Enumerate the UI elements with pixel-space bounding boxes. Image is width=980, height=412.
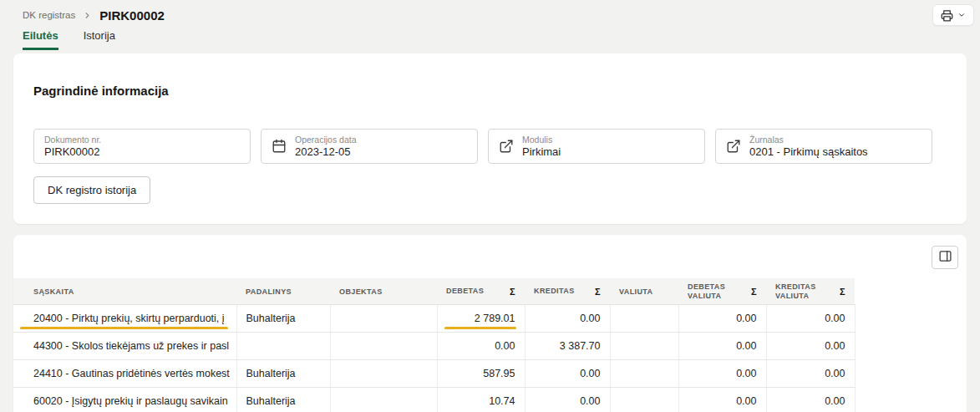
lines-table-card: SĄSKAITA PADALINYS OBJEKTAS DEBETASΣ KRE…: [13, 235, 967, 412]
cell-padalinys: Buhalterija: [236, 359, 330, 387]
field-value: 0201 - Pirkimų sąskaitos: [749, 145, 868, 158]
cell-objektas: [330, 387, 437, 412]
cell-valiuta: [610, 304, 678, 332]
cell-padalinys: Buhalterija: [236, 387, 330, 412]
cell-debetas: 10.74: [437, 387, 525, 412]
table-row[interactable]: 44300 - Skolos tiekėjams už prekes ir pa…: [13, 332, 855, 359]
table-columns-icon: [938, 249, 952, 266]
sum-toggle-debetas-valiuta[interactable]: Σ: [751, 287, 757, 297]
chevron-down-icon: [957, 11, 966, 19]
cell-kreditas: 0.00: [525, 304, 610, 332]
field-label: Modulis: [522, 135, 561, 145]
cell-debetas-valiuta: 0.00: [678, 359, 766, 387]
cell-saskaita: 44300 - Skolos tiekėjams už prekes ir pa…: [13, 332, 236, 359]
cell-debetas: 2 789.01: [437, 304, 525, 332]
zurnalas-field[interactable]: Žurnalas 0201 - Pirkimų sąskaitos: [715, 129, 932, 164]
cell-valiuta: [610, 359, 678, 387]
main-info-card: Pagrindinė informacija Dokumento nr. PIR…: [13, 53, 967, 224]
operacijos-data-field[interactable]: Operacijos data 2023-12-05: [261, 129, 478, 164]
column-settings-button[interactable]: [932, 246, 958, 269]
cell-objektas: [330, 359, 437, 387]
cell-kreditas-valiuta: 0.00: [766, 387, 855, 412]
cell-kreditas: 0.00: [525, 359, 610, 387]
table-row[interactable]: 20400 - Pirktų prekių, skirtų perparduot…: [13, 304, 855, 332]
cell-saskaita: 20400 - Pirktų prekių, skirtų perparduot…: [13, 304, 236, 332]
cell-valiuta: [610, 387, 678, 412]
table-row[interactable]: 60020 - Įsigytų prekių ir paslaugų savik…: [13, 387, 855, 412]
cell-saskaita: 24410 - Gautinas pridėtinės vertės mokes…: [13, 359, 236, 387]
top-bar: DK registras PIRK00002: [0, 0, 980, 26]
external-link-icon[interactable]: [726, 139, 741, 154]
cell-objektas: [330, 304, 437, 332]
breadcrumb-parent-link[interactable]: DK registras: [23, 10, 75, 20]
cell-kreditas: 0.00: [525, 387, 610, 412]
sum-toggle-kreditas-valiuta[interactable]: Σ: [840, 287, 845, 297]
sum-toggle-debetas[interactable]: Σ: [510, 287, 515, 297]
external-link-icon[interactable]: [499, 139, 514, 154]
field-value: PIRK00002: [44, 145, 101, 158]
page-title: PIRK00002: [99, 8, 165, 23]
cell-debetas-valiuta: 0.00: [678, 332, 766, 359]
dokumento-nr-field[interactable]: Dokumento nr. PIRK00002: [33, 129, 251, 164]
column-header-objektas: OBJEKTAS: [330, 278, 437, 304]
section-title: Pagrindinė informacija: [33, 84, 947, 99]
cell-kreditas-valiuta: 0.00: [766, 332, 855, 359]
column-header-debetas: DEBETAS: [446, 287, 484, 296]
calendar-icon[interactable]: [272, 139, 287, 154]
field-value: Pirkimai: [522, 145, 561, 158]
chevron-right-icon: [83, 11, 92, 20]
cell-valiuta: [610, 332, 678, 359]
print-button[interactable]: [932, 4, 974, 26]
table-toolbar: [13, 246, 967, 278]
cell-padalinys: [236, 332, 330, 359]
cell-debetas-valiuta: 0.00: [678, 387, 766, 412]
printer-icon: [941, 9, 953, 22]
column-header-padalinys: PADALINYS: [236, 278, 330, 304]
cell-objektas: [330, 332, 437, 359]
tab-istorija[interactable]: Istorija: [84, 29, 115, 50]
cell-saskaita: 60020 - Įsigytų prekių ir paslaugų savik…: [13, 387, 236, 412]
field-label: Operacijos data: [295, 135, 357, 145]
tab-bar: Eilutės Istorija: [0, 26, 980, 50]
field-value: 2023-12-05: [295, 145, 357, 158]
cell-kreditas-valiuta: 0.00: [766, 304, 855, 332]
field-label: Dokumento nr.: [44, 135, 101, 145]
cell-padalinys: Buhalterija: [236, 304, 330, 332]
column-header-kreditas: KREDITAS: [534, 287, 575, 296]
column-header-saskaita: SĄSKAITA: [13, 278, 236, 304]
cell-debetas-valiuta: 0.00: [678, 304, 766, 332]
modulis-field[interactable]: Modulis Pirkimai: [488, 129, 705, 164]
field-label: Žurnalas: [749, 135, 868, 145]
cell-kreditas: 3 387.70: [525, 332, 610, 359]
table-row[interactable]: 24410 - Gautinas pridėtinės vertės mokes…: [13, 359, 855, 387]
cell-debetas: 587.95: [437, 359, 525, 387]
dk-registro-istorija-button[interactable]: DK registro istorija: [33, 176, 150, 204]
column-header-kreditas-valiuta: KREDITAS VALIUTA: [775, 282, 835, 301]
cell-kreditas-valiuta: 0.00: [766, 359, 855, 387]
column-header-valiuta: VALIUTA: [610, 278, 678, 304]
table-header-row: SĄSKAITA PADALINYS OBJEKTAS DEBETASΣ KRE…: [13, 278, 855, 304]
tab-eilutes[interactable]: Eilutės: [23, 29, 58, 50]
cell-debetas: 0.00: [437, 332, 525, 359]
sum-toggle-kreditas[interactable]: Σ: [595, 287, 601, 297]
field-row: Dokumento nr. PIRK00002 Operacijos data …: [33, 129, 947, 164]
page: DK registras PIRK00002 Eilutės Istorija …: [0, 0, 980, 412]
breadcrumb: DK registras PIRK00002: [23, 8, 165, 23]
lines-table: SĄSKAITA PADALINYS OBJEKTAS DEBETASΣ KRE…: [13, 278, 856, 412]
column-header-debetas-valiuta: DEBETAS VALIUTA: [688, 282, 746, 301]
